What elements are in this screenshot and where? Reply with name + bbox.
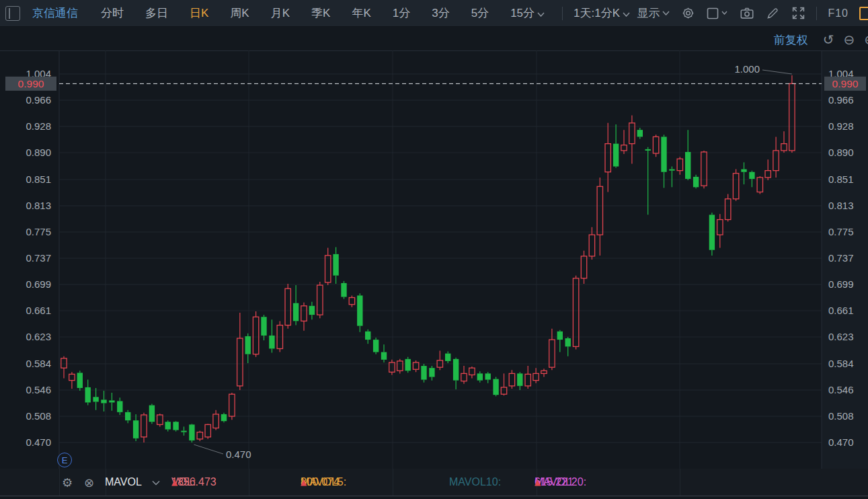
window-icon[interactable]: [5, 6, 20, 21]
candlestick: [565, 337, 571, 356]
candlestick: [509, 370, 514, 389]
candlestick: [165, 420, 171, 431]
indicator-close-icon[interactable]: ⊗: [84, 475, 94, 490]
undo-icon[interactable]: ↺: [823, 33, 834, 46]
display-menu-label: 显示: [637, 5, 660, 21]
candlestick: [717, 214, 723, 247]
candlestick: [269, 319, 274, 352]
period-tab[interactable]: 周K: [219, 5, 260, 21]
candlestick: [781, 131, 787, 153]
y-axis-label: 0.851: [26, 174, 51, 185]
candlestick: [133, 414, 139, 441]
candlestick: [125, 410, 130, 423]
fullscreen-icon[interactable]: [791, 6, 805, 21]
period-tab[interactable]: 日K: [179, 5, 219, 21]
period-tab[interactable]: 分时: [90, 5, 134, 21]
y-axis-label: 0.737: [26, 252, 51, 264]
zoom-out-icon[interactable]: ⊖: [843, 33, 855, 46]
stock-name[interactable]: 京信通信: [32, 5, 78, 21]
candlestick: [517, 372, 522, 390]
up-triangle-icon: ▲: [171, 477, 177, 487]
candlestick-chart[interactable]: 1.0041.0040.9660.9660.9280.9280.8900.890…: [0, 50, 868, 469]
zoom-in-icon[interactable]: ⊕: [864, 33, 868, 46]
period-selector[interactable]: 1天:1分K: [569, 5, 634, 21]
candlestick: [501, 373, 506, 395]
candlestick: [613, 124, 619, 168]
layout-selector[interactable]: [706, 6, 729, 21]
candlestick: [61, 356, 67, 379]
toolbar-divider: [816, 7, 817, 20]
y-axis-label: 0.470: [828, 436, 854, 448]
period-tab[interactable]: 1分: [382, 5, 421, 21]
candlestick: [725, 194, 731, 222]
candlestick: [141, 413, 147, 443]
candlestick: [189, 424, 194, 443]
candlestick: [525, 366, 530, 389]
pane-divider: [0, 496, 868, 496]
candlestick: [229, 393, 235, 420]
candlestick: [285, 284, 290, 329]
e-badge[interactable]: E: [57, 453, 72, 467]
candlestick: [629, 116, 635, 164]
candlestick: [437, 351, 442, 371]
candlestick: [773, 137, 779, 178]
y-axis-label: 0.813: [26, 200, 51, 211]
indicator-name[interactable]: MAVOL: [105, 476, 142, 488]
gear-icon[interactable]: [680, 6, 695, 21]
candlestick: [109, 393, 114, 411]
candlestick: [453, 358, 459, 389]
orange-square-icon[interactable]: [859, 7, 868, 20]
candlestick: [469, 367, 475, 378]
candlestick: [213, 410, 219, 430]
candlestick: [301, 303, 307, 331]
candlestick: [709, 213, 715, 256]
up-triangle-icon: ▲: [535, 477, 541, 487]
chevron-down-icon[interactable]: [152, 476, 160, 488]
candlestick: [741, 162, 746, 184]
period-tab[interactable]: 15分: [500, 5, 555, 21]
y-axis-label: 0.851: [828, 174, 854, 185]
candlestick: [757, 176, 762, 194]
y-axis-label: 0.928: [26, 120, 51, 132]
period-tab[interactable]: 3分: [421, 5, 460, 21]
candlestick: [85, 380, 91, 406]
candlestick: [765, 159, 771, 180]
y-axis-label: 0.699: [828, 278, 854, 290]
candlestick: [733, 169, 738, 201]
candlestick: [397, 359, 403, 374]
candlestick: [533, 368, 539, 383]
candlestick: [293, 285, 299, 325]
toolbar-divider: [562, 7, 563, 20]
candlestick: [405, 357, 411, 373]
period-tab[interactable]: 年K: [341, 5, 381, 21]
candlestick: [693, 175, 699, 189]
y-axis-label: 0.623: [26, 331, 51, 342]
candlestick: [325, 248, 331, 285]
chevron-down-icon: [662, 11, 670, 15]
candlestick: [477, 371, 483, 382]
candlestick: [493, 377, 498, 397]
period-tab[interactable]: 多日: [134, 5, 179, 21]
candlestick: [389, 360, 395, 375]
candlestick: [237, 313, 243, 390]
period-tab[interactable]: 5分: [461, 5, 500, 21]
period-tab[interactable]: 月K: [260, 5, 301, 21]
display-menu[interactable]: 显示: [637, 5, 670, 21]
candlestick: [221, 413, 227, 422]
y-axis-label: 0.470: [26, 436, 51, 448]
camera-icon[interactable]: [740, 6, 754, 21]
y-axis-label: 0.623: [828, 331, 854, 342]
period-tab[interactable]: 季K: [301, 5, 341, 21]
y-axis-label: 0.890: [828, 147, 854, 158]
candlestick: [77, 371, 83, 391]
y-axis-label: 0.813: [828, 200, 854, 211]
candlestick: [573, 276, 578, 350]
indicator-gear-icon[interactable]: ⚙: [62, 475, 73, 490]
adjust-mode-label[interactable]: 前复权: [774, 32, 808, 48]
f10-button[interactable]: F10: [828, 7, 849, 20]
pencil-icon[interactable]: [765, 6, 780, 21]
volume-indicator-bar: ⚙ ⊗ MAVOL VOL: 1856.473 ▲ MAVOL5: 800.07…: [0, 469, 868, 496]
y-axis-label: 0.890: [26, 147, 51, 158]
current-price-label: 0.990: [18, 78, 44, 89]
candlestick: [69, 372, 75, 389]
